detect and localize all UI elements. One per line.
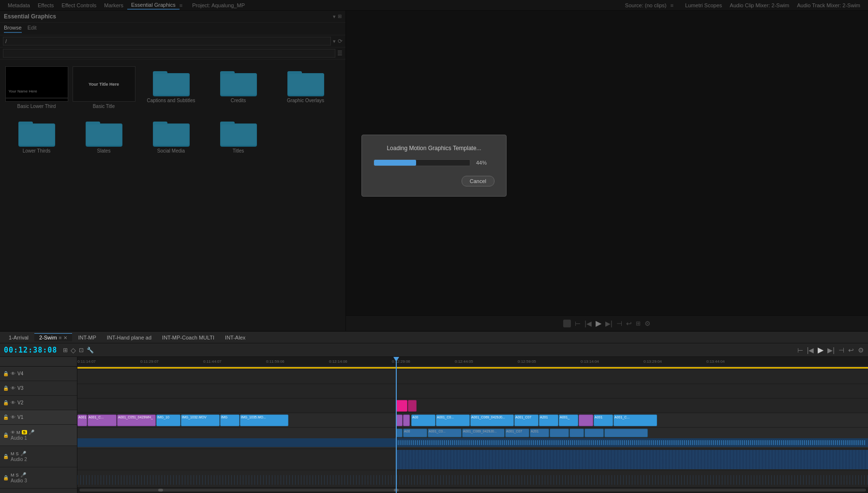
clip-a1-right8[interactable] — [584, 429, 604, 437]
clip-v1-right2[interactable] — [403, 415, 410, 426]
cancel-button[interactable]: Cancel — [462, 176, 494, 186]
clip-v1-right3[interactable]: A00 — [411, 415, 435, 426]
progress-bar-bg — [374, 159, 470, 166]
track-v3-content — [77, 384, 868, 399]
lock-a1[interactable]: 🔒 — [3, 432, 9, 438]
lock-v4[interactable]: 🔒 — [3, 371, 9, 376]
track-label-a2: 🔒 M S 🎤 Audio 2 — [0, 446, 77, 467]
clip-a1-right[interactable]: A00 — [403, 429, 427, 437]
timeline-area: 1-Arrival 2-Swim ≡ ✕ INT-MP INT-Hand pla… — [0, 331, 868, 493]
clip-v1-right6[interactable]: A001_C07 — [514, 415, 539, 426]
timeline-content: 0:11:14:07 0:11:29:07 0:11:44:07 0:11:59… — [77, 357, 868, 493]
wrench-btn[interactable]: 🔧 — [87, 347, 94, 354]
clip-v1-right4[interactable]: A001_C0... — [436, 415, 470, 426]
track-select-btn[interactable]: ⊞ — [63, 347, 68, 354]
lock-v3[interactable]: 🔒 — [3, 385, 9, 391]
progress-row: 44% — [374, 159, 494, 166]
timeline-tab-int-mp[interactable]: INT-MP — [73, 334, 101, 341]
clip-a1-right3[interactable]: A001_C069_0429J0... — [462, 429, 505, 437]
timeline-tabs: 1-Arrival 2-Swim ≡ ✕ INT-MP INT-Hand pla… — [0, 332, 868, 343]
clip-a1-right7[interactable] — [569, 429, 584, 437]
clip-a1-main[interactable] — [396, 429, 403, 437]
lock-v1[interactable]: 🔓 — [3, 415, 9, 420]
track-label-a3: 🔒 M S 🎤 Audio 3 — [0, 467, 77, 489]
clip-v1-a001[interactable]: A001 — [77, 415, 87, 426]
clip-v1-img4[interactable]: IMG_1035.MO... — [240, 415, 288, 426]
track-label-v3: 🔒 👁 V3 — [0, 381, 77, 396]
scrollbar-thumb-left[interactable] — [158, 489, 163, 492]
timeline-tab-1-arrival[interactable]: 1-Arrival — [4, 334, 33, 341]
v2-label: V2 — [17, 400, 23, 405]
a3-name: Audio 3 — [11, 478, 27, 483]
clip-a1-right2[interactable]: A001_C0... — [428, 429, 462, 437]
clip-a1-right5[interactable]: A201 — [530, 429, 549, 437]
lock-a3[interactable]: 🔒 — [3, 475, 9, 480]
modal-title: Loading Motion Graphics Template... — [374, 145, 494, 152]
timeline-tab-int-hand[interactable]: INT-Hand plane ad — [102, 334, 156, 341]
clip-v1-img3[interactable]: IMG — [220, 415, 239, 426]
track-v1-content: A001 A001_C... A001_C051_0429WH_ IMG_10 … — [77, 413, 868, 428]
track-label-v1: 🔓 👁 V1 — [0, 410, 77, 425]
snap-btn[interactable]: ⊡ — [79, 347, 84, 354]
tl-step-back[interactable]: |◀ — [807, 346, 814, 354]
clip-a1-right9[interactable] — [604, 429, 648, 437]
a1-solo[interactable]: S — [22, 430, 27, 434]
track-label-a1: 🔒 👁 M S 🎤 Audio 1 — [0, 425, 77, 446]
a2-mic[interactable]: 🎤 — [20, 451, 26, 456]
track-a2-content — [77, 449, 868, 470]
clip-v1-right10[interactable]: A001 — [594, 415, 613, 426]
timeline-tab-int-alex[interactable]: INT-Alex — [220, 334, 250, 341]
track-v2-content — [77, 399, 868, 413]
clip-v1-img2[interactable]: IMG_1032.MOV — [181, 415, 220, 426]
tl-play[interactable]: ▶ — [818, 345, 823, 354]
timeline-tab-int-mp-coach[interactable]: INT-MP-Coach MULTI — [157, 334, 219, 341]
clip-a1-right4[interactable]: A001_C07 — [505, 429, 529, 437]
lock-a2[interactable]: 🔒 — [3, 454, 9, 459]
clip-v1-right1[interactable] — [396, 415, 403, 426]
clip-v2-pink2[interactable] — [408, 400, 417, 412]
a1-eye[interactable]: 👁 — [11, 430, 15, 435]
v4-eye[interactable]: 👁 — [11, 371, 15, 376]
a3-mic[interactable]: 🎤 — [20, 472, 26, 478]
clip-v1-right5[interactable]: A001_C069_0429J0... — [470, 415, 514, 426]
lock-v2[interactable]: 🔒 — [3, 400, 9, 405]
clip-v1-right9[interactable] — [579, 415, 593, 426]
modal-box: Loading Motion Graphics Template... 44% … — [361, 135, 507, 197]
scrollbar-thumb-right[interactable] — [394, 489, 399, 492]
timecode-display: 00:12:38:08 — [4, 346, 57, 354]
add-marker-btn[interactable]: ◇ — [71, 346, 76, 354]
clip-v1-a001b[interactable]: A001_C... — [88, 415, 117, 426]
timeline-scrollbar[interactable] — [77, 487, 868, 493]
clip-v1-right11[interactable]: A001_C... — [614, 415, 657, 426]
clip-v1-a001c[interactable]: A001_C051_0429WH_ — [117, 415, 156, 426]
tl-goto-out[interactable]: ⊣ — [838, 346, 844, 354]
timeline-tab-2-swim-hamburger[interactable]: ≡ — [59, 335, 62, 340]
tl-settings[interactable]: ⚙ — [858, 346, 864, 354]
track-a1-content: A00 A001_C0... A001_C069_0429J0... A001_… — [77, 428, 868, 449]
modal-buttons: Cancel — [374, 176, 494, 186]
progress-bar-fill — [374, 160, 416, 166]
v3-label: V3 — [17, 385, 23, 391]
clip-v1-img1[interactable]: IMG_10 — [156, 415, 180, 426]
v1-eye[interactable]: 👁 — [11, 415, 15, 420]
progress-pct: 44% — [476, 160, 487, 166]
v4-label: V4 — [17, 371, 23, 376]
v2-eye[interactable]: 👁 — [11, 400, 15, 405]
a2-name: Audio 2 — [11, 457, 27, 462]
v3-eye[interactable]: 👁 — [11, 385, 15, 391]
timeline-tab-2-swim[interactable]: 2-Swim ≡ ✕ — [34, 333, 73, 341]
a2-waveform — [396, 450, 868, 469]
timeline-tab-2-swim-close[interactable]: ✕ — [63, 335, 67, 340]
clip-a1-right6[interactable] — [550, 429, 569, 437]
tl-step-fwd[interactable]: ▶| — [827, 346, 835, 354]
clip-v1-right8[interactable]: A001_ — [559, 415, 578, 426]
a1-name: Audio 1 — [11, 435, 34, 441]
tl-loop[interactable]: ↩ — [848, 346, 854, 354]
modal-overlay: Loading Motion Graphics Template... 44% … — [0, 0, 868, 331]
clip-v2-pink[interactable] — [396, 400, 407, 412]
a1-mic[interactable]: 🎤 — [29, 430, 34, 435]
track-v4-content — [77, 370, 868, 384]
clip-v1-right7[interactable]: A201 — [539, 415, 558, 426]
track-label-v2: 🔒 👁 V2 — [0, 396, 77, 410]
tl-goto-in[interactable]: ⊢ — [797, 346, 803, 354]
